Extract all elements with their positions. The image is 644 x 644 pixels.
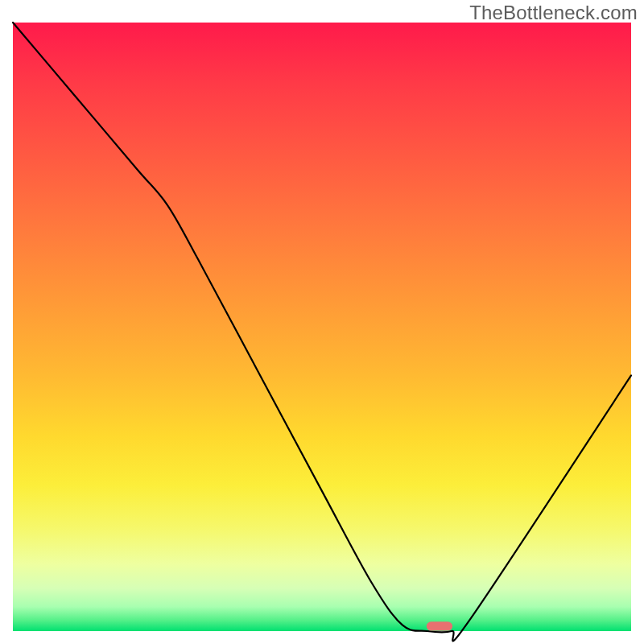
chart-svg (13, 23, 631, 631)
optimal-marker (427, 621, 452, 630)
watermark-text: TheBottleneck.com (469, 2, 638, 24)
chart-frame: TheBottleneck.com (0, 0, 644, 644)
plot-area (13, 23, 631, 631)
bottleneck-curve (13, 23, 631, 641)
